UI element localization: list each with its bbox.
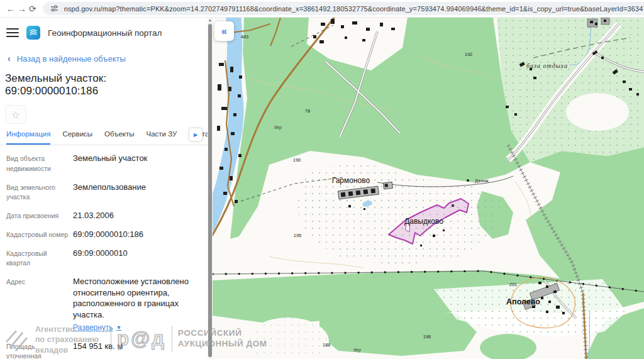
map-label: 195 xyxy=(294,233,302,238)
topographic-map[interactable]: ГармоновоДавыдковоАполевобаза отдыхаДачн… xyxy=(213,18,644,359)
url-text[interactable]: nspd.gov.ru/map?thematic=PKK&zoom=14.270… xyxy=(64,5,644,13)
app-title: Геоинформационный портал xyxy=(48,28,162,38)
browser-toolbar: ← → ⟳ nspd.gov.ru/map?thematic=PKK&zoom=… xyxy=(0,0,644,18)
field-row: Дата присвоения21.03.2006 xyxy=(6,210,203,221)
map-label: Давыдково xyxy=(404,217,443,226)
field-value: 69:09:0000010:186 xyxy=(72,229,143,240)
page-title: Земельный участок: 69:09:0000010:186 xyxy=(0,66,208,97)
tab-3[interactable]: Объекты xyxy=(104,130,134,145)
field-value: 154 951 кв. м xyxy=(72,341,123,352)
field-row: Площадь уточненная154 951 кв. м xyxy=(6,341,203,359)
field-label: Кадастровый номер xyxy=(6,229,72,240)
chevron-left-icon: ‹ xyxy=(8,53,11,64)
site-settings-icon[interactable] xyxy=(50,4,58,13)
field-value: 21.03.2006 xyxy=(72,210,114,221)
field-label: Адрес xyxy=(6,276,72,287)
address-bar[interactable]: nspd.gov.ru/map?thematic=PKK&zoom=14.270… xyxy=(43,2,644,15)
field-label: Дата присвоения xyxy=(6,210,72,221)
field-label: Кадастровый квартал xyxy=(6,248,72,269)
scrollbar-up-arrow[interactable]: ▲ xyxy=(208,18,213,22)
page: ← → ⟳ nspd.gov.ru/map?thematic=PKK&zoom=… xyxy=(0,0,644,359)
scrollbar-thumb[interactable] xyxy=(208,24,212,357)
field-value: 69:09:0000010 xyxy=(72,248,128,259)
field-value: Местоположение установлено относительно … xyxy=(72,276,203,333)
info-panel: Геоинформационный портал ‹ Назад в найде… xyxy=(0,18,208,359)
collapse-panel-button[interactable]: « xyxy=(214,21,234,41)
star-icon: ☆ xyxy=(11,109,20,121)
map-label: 196 xyxy=(423,334,431,340)
map-label: Аполево xyxy=(506,297,540,306)
map-label: бер xyxy=(353,348,361,353)
portal-logo-icon xyxy=(26,26,40,40)
favorite-button[interactable]: ☆ xyxy=(5,105,26,124)
chevron-down-icon: ▼ xyxy=(116,324,122,331)
reload-icon[interactable]: ⟳ xyxy=(29,2,36,16)
map-label: Дачник xyxy=(475,179,488,184)
field-row: Вид объекта недвижимостиЗемельный участо… xyxy=(6,153,203,174)
map-label: Гармоново xyxy=(332,176,370,185)
map-label: 201 xyxy=(509,282,518,287)
tab-2[interactable]: Сервисы xyxy=(62,130,92,145)
expand-link[interactable]: Развернуть▼ xyxy=(73,323,122,333)
back-icon[interactable]: ← xyxy=(6,2,15,16)
panel-scrollbar[interactable]: ▲ xyxy=(208,18,213,359)
map-label: 192 xyxy=(465,52,473,57)
back-link-label: Назад в найденные объекты xyxy=(17,54,126,64)
tab-bar: ИнформацияСервисыОбъектыЧасти ЗУСостаГ▶ xyxy=(0,126,208,145)
field-value: Землепользование xyxy=(72,182,146,193)
back-link[interactable]: ‹ Назад в найденные объекты xyxy=(0,43,208,66)
field-value: Земельный участок xyxy=(72,153,147,164)
field-label: Вид объекта недвижимости xyxy=(6,153,72,174)
field-label: Вид земельного участка xyxy=(6,182,72,203)
map-label: 483 xyxy=(241,34,249,40)
map-label: база отдыха xyxy=(526,62,568,69)
map-label: 190 xyxy=(293,157,301,163)
forward-icon[interactable]: → xyxy=(18,2,26,16)
map-label: 78 xyxy=(305,108,310,114)
map-label: 188 xyxy=(323,342,331,348)
map-viewport[interactable]: ГармоновоДавыдковоАполевобаза отдыхаДачн… xyxy=(213,18,644,359)
field-row: Кадастровый квартал69:09:0000010 xyxy=(6,248,203,269)
attribute-list: Вид объекта недвижимостиЗемельный участо… xyxy=(0,145,208,359)
field-label: Площадь уточненная xyxy=(6,341,72,359)
tab-1[interactable]: Информация xyxy=(6,130,50,145)
field-row: Вид земельного участкаЗемлепользование xyxy=(6,182,203,203)
map-label: бер xyxy=(274,125,282,130)
portal-header: Геоинформационный портал xyxy=(0,18,208,43)
tab-4[interactable]: Части ЗУ xyxy=(147,130,177,145)
menu-icon[interactable] xyxy=(6,28,19,37)
field-row: АдресМестоположение установлено относите… xyxy=(6,276,203,333)
field-row: Кадастровый номер69:09:0000010:186 xyxy=(6,229,203,240)
tabs-scroll-right-button[interactable]: ▶ xyxy=(189,128,203,141)
